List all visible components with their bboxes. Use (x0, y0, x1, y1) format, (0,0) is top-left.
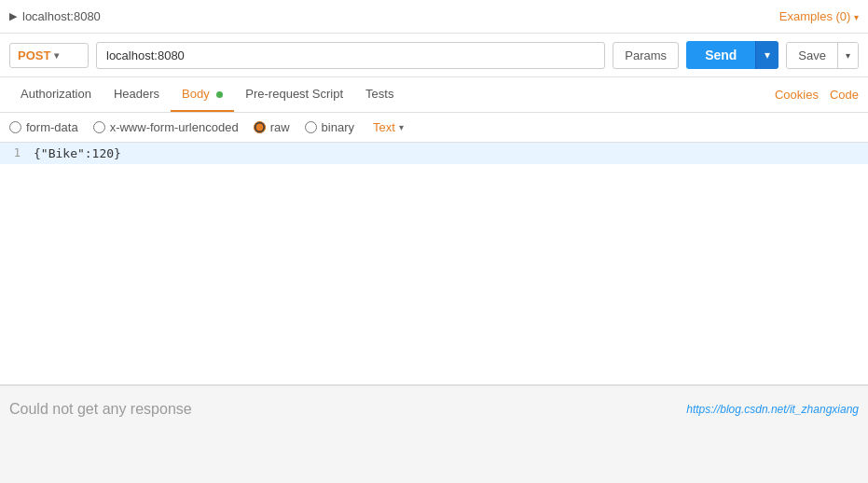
url-input[interactable] (96, 42, 605, 69)
text-dropdown[interactable]: Text ▾ (373, 120, 404, 134)
expand-icon[interactable]: ▶ (9, 10, 17, 22)
tab-tests[interactable]: Tests (354, 77, 405, 112)
option-binary[interactable]: binary (305, 120, 354, 134)
code-link[interactable]: Code (830, 88, 859, 102)
option-form-data[interactable]: form-data (9, 120, 78, 134)
body-active-dot (216, 91, 223, 98)
params-button[interactable]: Params (613, 42, 679, 69)
option-raw[interactable]: raw (254, 120, 290, 134)
save-group: Save ▾ (786, 42, 859, 69)
examples-link[interactable]: Examples (0) ▾ (779, 9, 859, 23)
cookies-link[interactable]: Cookies (775, 88, 819, 102)
method-select[interactable]: POST ▾ (9, 43, 89, 68)
editor-line-1: 1 {"Bike":120} (0, 143, 868, 164)
radio-x-www[interactable] (93, 121, 105, 133)
method-label: POST (18, 48, 50, 62)
body-options: form-data x-www-form-urlencoded raw bina… (0, 113, 868, 143)
tab-pre-request[interactable]: Pre-request Script (234, 77, 354, 112)
tab-authorization[interactable]: Authorization (9, 77, 103, 112)
send-button[interactable]: Send (686, 41, 755, 69)
save-dropdown-button[interactable]: ▾ (837, 43, 858, 68)
line-content-1: {"Bike":120} (30, 146, 121, 160)
top-bar: ▶ localhost:8080 Examples (0) ▾ (0, 0, 868, 34)
send-dropdown-button[interactable]: ▾ (755, 41, 778, 69)
radio-binary[interactable] (305, 121, 317, 133)
request-bar: POST ▾ Params Send ▾ Save ▾ (0, 34, 868, 77)
no-response-text: Could not get any response (9, 401, 192, 418)
line-number-1: 1 (0, 146, 30, 159)
tab-body[interactable]: Body (171, 77, 234, 112)
send-group: Send ▾ (686, 41, 778, 69)
radio-raw[interactable] (254, 121, 266, 133)
tabs-right-links: Cookies Code (775, 88, 859, 102)
tabs-row: Authorization Headers Body Pre-request S… (0, 77, 868, 113)
tab-headers[interactable]: Headers (103, 77, 171, 112)
save-button[interactable]: Save (787, 43, 837, 68)
text-dropdown-label: Text (373, 120, 395, 134)
examples-label: Examples (0) (779, 9, 851, 23)
option-x-www[interactable]: x-www-form-urlencoded (93, 120, 239, 134)
method-chevron-icon: ▾ (54, 50, 59, 61)
text-chevron-icon: ▾ (399, 122, 404, 132)
editor-empty-space (0, 164, 868, 369)
radio-form-data[interactable] (9, 121, 21, 133)
bottom-section: Could not get any response https://blog.… (0, 385, 868, 432)
editor-area[interactable]: 1 {"Bike":120} (0, 143, 868, 385)
examples-chevron-icon: ▾ (854, 12, 859, 22)
blog-link: https://blog.csdn.net/it_zhangxiang (686, 403, 859, 416)
url-tab-label: localhost:8080 (22, 9, 101, 23)
